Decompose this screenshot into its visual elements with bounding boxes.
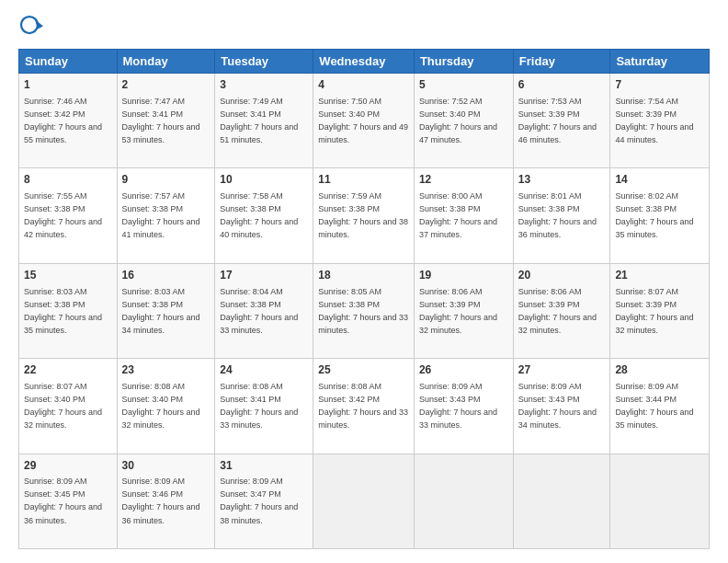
calendar-cell: 9 Sunrise: 7:57 AMSunset: 3:38 PMDayligh… [117, 168, 215, 263]
logo [18, 14, 50, 41]
calendar-header-day: Sunday [19, 50, 118, 74]
day-number: 31 [220, 458, 308, 474]
day-info: Sunrise: 7:52 AMSunset: 3:40 PMDaylight:… [419, 97, 497, 144]
calendar-header-row: SundayMondayTuesdayWednesdayThursdayFrid… [19, 50, 710, 74]
calendar-cell: 11 Sunrise: 7:59 AMSunset: 3:38 PMDaylig… [313, 168, 415, 263]
day-info: Sunrise: 7:54 AMSunset: 3:39 PMDaylight:… [615, 97, 693, 144]
svg-point-0 [21, 17, 38, 33]
calendar-cell: 7 Sunrise: 7:54 AMSunset: 3:39 PMDayligh… [610, 74, 710, 168]
calendar-cell: 19 Sunrise: 8:06 AMSunset: 3:39 PMDaylig… [414, 263, 513, 358]
calendar-cell: 2 Sunrise: 7:47 AMSunset: 3:41 PMDayligh… [117, 74, 215, 168]
calendar-cell: 28 Sunrise: 8:09 AMSunset: 3:44 PMDaylig… [610, 359, 710, 454]
day-info: Sunrise: 8:08 AMSunset: 3:42 PMDaylight:… [318, 382, 408, 430]
day-number: 18 [318, 268, 409, 283]
calendar-cell: 25 Sunrise: 8:08 AMSunset: 3:42 PMDaylig… [313, 359, 415, 454]
day-number: 23 [122, 362, 210, 378]
calendar-cell: 16 Sunrise: 8:03 AMSunset: 3:38 PMDaylig… [117, 263, 215, 358]
day-number: 15 [24, 268, 112, 283]
day-number: 1 [24, 77, 112, 93]
calendar-week-row: 15 Sunrise: 8:03 AMSunset: 3:38 PMDaylig… [19, 263, 710, 358]
day-number: 30 [122, 458, 210, 474]
day-info: Sunrise: 8:08 AMSunset: 3:41 PMDaylight:… [220, 382, 298, 430]
calendar-header-day: Friday [513, 50, 610, 74]
day-number: 14 [615, 172, 704, 188]
calendar-cell: 4 Sunrise: 7:50 AMSunset: 3:40 PMDayligh… [313, 74, 415, 168]
day-number: 28 [615, 362, 704, 378]
logo-icon [18, 14, 46, 41]
day-info: Sunrise: 8:03 AMSunset: 3:38 PMDaylight:… [24, 287, 102, 335]
day-number: 29 [24, 458, 112, 474]
calendar-cell: 14 Sunrise: 8:02 AMSunset: 3:38 PMDaylig… [610, 168, 710, 263]
calendar-cell [610, 454, 710, 548]
calendar-cell: 10 Sunrise: 7:58 AMSunset: 3:38 PMDaylig… [215, 168, 313, 263]
calendar-cell: 23 Sunrise: 8:08 AMSunset: 3:40 PMDaylig… [117, 359, 215, 454]
day-number: 10 [220, 172, 308, 188]
day-number: 9 [122, 172, 210, 188]
day-info: Sunrise: 8:03 AMSunset: 3:38 PMDaylight:… [122, 287, 200, 335]
day-number: 8 [24, 172, 112, 188]
calendar-cell [414, 454, 513, 548]
day-number: 6 [518, 77, 606, 93]
day-info: Sunrise: 8:07 AMSunset: 3:39 PMDaylight:… [615, 287, 693, 335]
page: SundayMondayTuesdayWednesdayThursdayFrid… [0, 0, 728, 563]
calendar-cell: 15 Sunrise: 8:03 AMSunset: 3:38 PMDaylig… [19, 263, 118, 358]
day-number: 2 [122, 77, 210, 93]
day-number: 3 [220, 77, 308, 93]
day-info: Sunrise: 8:00 AMSunset: 3:38 PMDaylight:… [419, 191, 497, 239]
day-number: 5 [419, 77, 508, 93]
day-number: 20 [518, 268, 606, 283]
day-number: 16 [122, 268, 210, 283]
calendar-cell [313, 454, 415, 548]
day-number: 7 [615, 77, 704, 93]
calendar-body: 1 Sunrise: 7:46 AMSunset: 3:42 PMDayligh… [19, 74, 710, 549]
calendar-cell: 12 Sunrise: 8:00 AMSunset: 3:38 PMDaylig… [414, 168, 513, 263]
calendar-week-row: 8 Sunrise: 7:55 AMSunset: 3:38 PMDayligh… [19, 168, 710, 263]
calendar-cell: 29 Sunrise: 8:09 AMSunset: 3:45 PMDaylig… [19, 454, 118, 548]
calendar-header-day: Saturday [610, 50, 710, 74]
calendar-week-row: 1 Sunrise: 7:46 AMSunset: 3:42 PMDayligh… [19, 74, 710, 168]
day-info: Sunrise: 7:57 AMSunset: 3:38 PMDaylight:… [122, 191, 200, 239]
day-info: Sunrise: 8:09 AMSunset: 3:43 PMDaylight:… [518, 382, 597, 430]
day-info: Sunrise: 7:50 AMSunset: 3:40 PMDaylight:… [318, 97, 408, 144]
calendar-cell: 26 Sunrise: 8:09 AMSunset: 3:43 PMDaylig… [414, 359, 513, 454]
day-info: Sunrise: 8:06 AMSunset: 3:39 PMDaylight:… [518, 287, 597, 335]
day-info: Sunrise: 8:04 AMSunset: 3:38 PMDaylight:… [220, 287, 298, 335]
calendar-header-day: Monday [117, 50, 215, 74]
day-info: Sunrise: 8:09 AMSunset: 3:47 PMDaylight:… [220, 477, 298, 524]
day-info: Sunrise: 8:09 AMSunset: 3:45 PMDaylight:… [24, 477, 102, 524]
day-info: Sunrise: 7:59 AMSunset: 3:38 PMDaylight:… [318, 191, 408, 239]
calendar-header-day: Wednesday [313, 50, 415, 74]
day-info: Sunrise: 7:46 AMSunset: 3:42 PMDaylight:… [24, 97, 102, 144]
calendar-cell: 3 Sunrise: 7:49 AMSunset: 3:41 PMDayligh… [215, 74, 313, 168]
calendar-cell: 1 Sunrise: 7:46 AMSunset: 3:42 PMDayligh… [19, 74, 118, 168]
day-number: 13 [518, 172, 606, 188]
day-info: Sunrise: 8:09 AMSunset: 3:43 PMDaylight:… [419, 382, 497, 430]
calendar-cell: 21 Sunrise: 8:07 AMSunset: 3:39 PMDaylig… [610, 263, 710, 358]
calendar-cell: 24 Sunrise: 8:08 AMSunset: 3:41 PMDaylig… [215, 359, 313, 454]
calendar-cell: 27 Sunrise: 8:09 AMSunset: 3:43 PMDaylig… [513, 359, 610, 454]
day-number: 12 [419, 172, 508, 188]
day-info: Sunrise: 7:58 AMSunset: 3:38 PMDaylight:… [220, 191, 298, 239]
calendar-cell: 30 Sunrise: 8:09 AMSunset: 3:46 PMDaylig… [117, 454, 215, 548]
day-info: Sunrise: 8:07 AMSunset: 3:40 PMDaylight:… [24, 382, 102, 430]
day-number: 27 [518, 362, 606, 378]
calendar-cell: 5 Sunrise: 7:52 AMSunset: 3:40 PMDayligh… [414, 74, 513, 168]
calendar-cell: 18 Sunrise: 8:05 AMSunset: 3:38 PMDaylig… [313, 263, 415, 358]
day-info: Sunrise: 8:09 AMSunset: 3:46 PMDaylight:… [122, 477, 200, 524]
day-info: Sunrise: 8:05 AMSunset: 3:38 PMDaylight:… [318, 287, 408, 335]
calendar-cell: 31 Sunrise: 8:09 AMSunset: 3:47 PMDaylig… [215, 454, 313, 548]
calendar-cell: 8 Sunrise: 7:55 AMSunset: 3:38 PMDayligh… [19, 168, 118, 263]
calendar-header-day: Thursday [414, 50, 513, 74]
day-number: 25 [318, 362, 409, 378]
day-number: 17 [220, 268, 308, 283]
calendar-cell: 17 Sunrise: 8:04 AMSunset: 3:38 PMDaylig… [215, 263, 313, 358]
calendar: SundayMondayTuesdayWednesdayThursdayFrid… [18, 49, 710, 549]
calendar-cell: 13 Sunrise: 8:01 AMSunset: 3:38 PMDaylig… [513, 168, 610, 263]
calendar-cell: 20 Sunrise: 8:06 AMSunset: 3:39 PMDaylig… [513, 263, 610, 358]
calendar-header-day: Tuesday [215, 50, 313, 74]
calendar-cell: 6 Sunrise: 7:53 AMSunset: 3:39 PMDayligh… [513, 74, 610, 168]
day-info: Sunrise: 8:02 AMSunset: 3:38 PMDaylight:… [615, 191, 693, 239]
day-number: 21 [615, 268, 704, 283]
day-number: 26 [419, 362, 508, 378]
day-info: Sunrise: 8:01 AMSunset: 3:38 PMDaylight:… [518, 191, 597, 239]
